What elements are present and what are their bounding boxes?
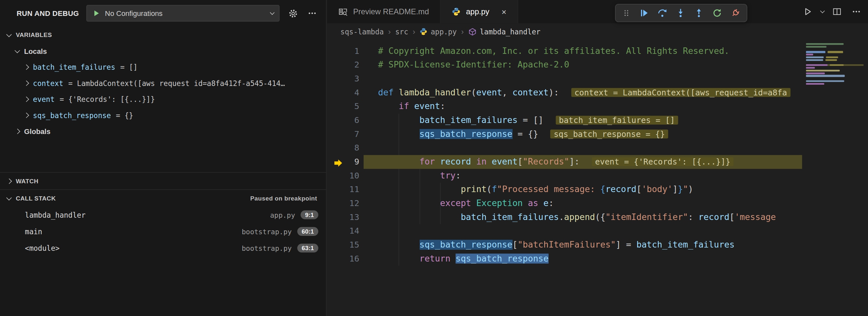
scope-locals[interactable]: Locals [0,43,326,59]
minimap-line [806,67,864,69]
stack-frame-row[interactable]: <module>bootstrap.py63:1 [0,240,326,256]
code-line-current[interactable]: 9 for record in event["Records"]:event =… [327,155,802,169]
frame-position-badge: 63:1 [297,244,318,252]
code-line[interactable]: 13 batch_item_failures.append({"itemIden… [327,211,802,224]
watch-section-header[interactable]: WATCH [0,172,326,189]
frame-position-badge: 60:1 [297,227,318,236]
step-out-icon[interactable] [694,8,704,18]
breadcrumb-separator: › [461,27,464,36]
chevron-right-icon [24,113,29,118]
breadcrumb-item-folder[interactable]: sqs-lambda [341,27,384,36]
code-line[interactable]: 16 return sqs_batch_response [327,252,802,266]
code-line[interactable]: 6 batch_item_failures = []batch_item_fai… [327,114,802,127]
line-number[interactable]: 5 [327,100,360,114]
code-line[interactable]: 7 sqs_batch_response = {}sqs_batch_respo… [327,127,802,141]
breadcrumb-item-file[interactable]: app.py [420,27,457,36]
chevron-right-icon [14,129,20,134]
frame-file: bootstrap.py [242,227,291,236]
variable-value: = [] [120,63,137,72]
locals-label: Locals [24,47,47,56]
gear-icon[interactable] [287,7,299,20]
code-line[interactable]: 4def lambda_handler(event, context):cont… [327,86,802,100]
variable-row[interactable]: context= LambdaContext([aws_request_id=a… [0,75,326,91]
tab-label: app.py [466,7,490,16]
continue-icon[interactable] [639,8,649,18]
line-number[interactable]: 16 [327,252,360,266]
variable-row[interactable]: sqs_batch_response= {} [0,107,326,123]
line-number[interactable]: 10 [327,169,360,183]
code-line[interactable]: 1# Copyright Amazon.com, Inc. or its aff… [327,44,802,58]
run-python-file-icon[interactable] [801,5,813,18]
code-line[interactable]: 2# SPDX-License-Identifier: Apache-2.0 [327,58,802,72]
chevron-down-icon [270,10,274,14]
line-number[interactable]: 11 [327,183,360,197]
line-number[interactable]: 7 [327,127,360,141]
start-debugging-icon[interactable] [92,9,100,17]
line-number[interactable]: 9 [327,155,360,169]
chevron-right-icon [24,97,29,102]
split-editor-icon[interactable] [831,5,843,18]
sidebar-header: RUN AND DEBUG No Configurations [0,0,326,27]
line-number[interactable]: 2 [327,58,360,72]
line-number[interactable]: 4 [327,86,360,100]
line-number[interactable]: 14 [327,224,360,238]
line-number[interactable]: 15 [327,238,360,252]
frame-file: app.py [270,211,295,219]
variables-header-label: VARIABLES [16,31,52,38]
scope-globals[interactable]: Globals [0,124,326,139]
stack-frame-row[interactable]: mainbootstrap.py60:1 [0,223,326,240]
close-icon[interactable]: × [501,7,506,16]
python-icon [452,7,460,16]
minimap-line [806,80,864,82]
drag-handle[interactable] [622,8,630,18]
line-number[interactable]: 6 [327,114,360,127]
code-line[interactable]: 3 [327,72,802,86]
code-line[interactable]: 12 except Exception as e: [327,197,802,211]
code-line[interactable]: 14 [327,224,802,238]
chevron-right-icon [24,65,29,70]
code-text: # Copyright Amazon.com, Inc. or its affi… [378,44,730,58]
tab-preview-readme[interactable]: Preview README.md [327,0,441,23]
code-editor[interactable]: 1# Copyright Amazon.com, Inc. or its aff… [327,40,868,316]
call-stack-section: CALL STACK Paused on breakpoint lambda_h… [0,189,326,316]
breadcrumb-item-folder[interactable]: src [395,27,408,36]
variable-row[interactable]: event= {'Records': [{...}]} [0,92,326,107]
minimap-line [806,51,864,53]
debug-config-dropdown[interactable]: No Configurations [86,5,280,22]
minimap-line [806,62,864,63]
line-number[interactable]: 13 [327,211,360,224]
breadcrumb-item-symbol[interactable]: lambda_handler [468,27,540,36]
tab-app-py[interactable]: app.py × [440,0,518,23]
code-line[interactable]: 11 print(f"Processed message: {record['b… [327,183,802,197]
stack-frame-row[interactable]: lambda_handlerapp.py9:1 [0,207,326,223]
restart-icon[interactable] [712,8,722,18]
step-into-icon[interactable] [676,8,685,18]
call-stack-section-header[interactable]: CALL STACK Paused on breakpoint [0,190,326,206]
minimap-line [806,54,864,56]
more-actions-icon[interactable] [850,5,863,18]
minimap[interactable] [806,43,864,86]
chevron-right-icon [24,81,29,86]
breadcrumb-separator: › [412,27,415,36]
code-line[interactable]: 8 [327,141,802,155]
variable-row[interactable]: batch_item_failures= [] [0,59,326,75]
run-dropdown-chevron-icon[interactable] [820,9,824,13]
variables-section-header[interactable]: VARIABLES [0,27,326,43]
line-number[interactable]: 12 [327,197,360,211]
code-text: if event: [378,100,445,114]
code-lines: 1# Copyright Amazon.com, Inc. or its aff… [327,44,802,266]
chevron-down-icon [6,195,12,200]
more-actions-icon[interactable] [306,7,318,20]
code-line[interactable]: 10 try: [327,169,802,183]
code-text: return sqs_batch_response [378,252,549,266]
line-number[interactable]: 3 [327,72,360,86]
line-number[interactable]: 8 [327,141,360,155]
disconnect-icon[interactable] [731,8,740,18]
code-text: # SPDX-License-Identifier: Apache-2.0 [378,58,569,72]
chevron-down-icon [14,48,20,53]
code-line[interactable]: 15 sqs_batch_response["batchItemFailures… [327,238,802,252]
minimap-line [806,57,864,58]
code-line[interactable]: 5 if event: [327,100,802,114]
line-number[interactable]: 1 [327,44,360,58]
step-over-icon[interactable] [657,8,667,18]
